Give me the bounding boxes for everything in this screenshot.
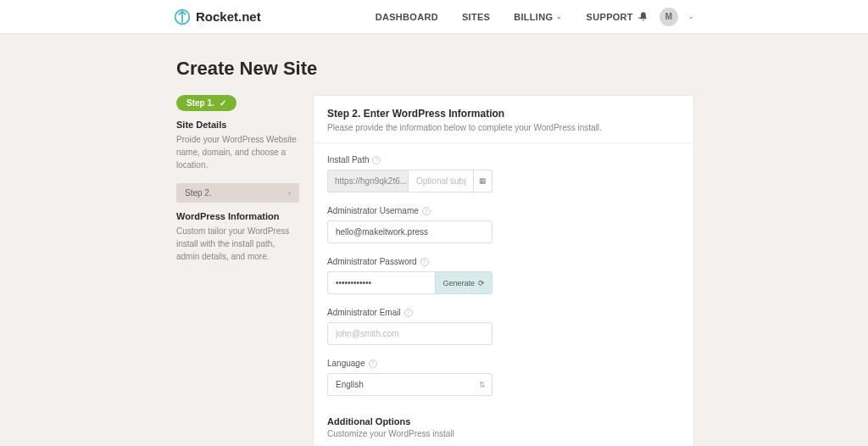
admin-email-field: Administrator Email ? (327, 308, 680, 345)
help-icon[interactable]: ? (420, 258, 429, 266)
help-icon[interactable]: ? (372, 156, 381, 164)
step2-title: WordPress Information (176, 211, 299, 221)
step2-pill[interactable]: Step 2. › (176, 183, 299, 203)
panel-subtitle: Please provide the information below to … (327, 123, 680, 132)
sidebar: Step 1. ✓ Site Details Proide your WordP… (176, 95, 299, 446)
refresh-icon: ⟳ (478, 279, 485, 287)
panel-title: Step 2. Enter WordPress Information (327, 108, 680, 120)
main-nav: DASHBOARD SITES BILLING ⌄ SUPPORT ⌄ (376, 12, 643, 22)
step1-desc: Proide your WordPress Website name, doma… (176, 133, 299, 171)
page-title: Create New Site (176, 58, 694, 80)
nav-sites[interactable]: SITES (462, 12, 490, 22)
help-icon[interactable]: ? (422, 207, 431, 215)
help-icon[interactable]: ? (404, 309, 413, 317)
admin-email-label: Administrator Email (327, 308, 401, 317)
install-path-prefix: https://hgn9qk2t6... (327, 170, 408, 192)
check-icon: ✓ (220, 98, 226, 108)
nav-billing[interactable]: BILLING ⌄ (514, 12, 562, 22)
help-icon[interactable]: ? (369, 360, 377, 368)
chevron-down-icon[interactable]: ⌄ (688, 13, 694, 20)
admin-username-field: Administrator Username ? (327, 206, 680, 243)
step1-title: Site Details (176, 120, 299, 130)
nav-support[interactable]: SUPPORT ⌄ (587, 12, 643, 22)
nav-dashboard[interactable]: DASHBOARD (376, 12, 438, 22)
language-label: Language (327, 359, 365, 368)
bell-icon[interactable] (637, 11, 649, 23)
avatar[interactable]: M (659, 8, 678, 26)
rocket-logo-icon (174, 8, 191, 25)
generate-button[interactable]: Generate ⟳ (435, 271, 492, 294)
brand-text: Rocket.net (196, 9, 261, 24)
admin-username-input[interactable] (327, 220, 492, 243)
logo[interactable]: Rocket.net (174, 8, 261, 25)
admin-password-label: Administrator Password (327, 257, 417, 266)
step1-pill[interactable]: Step 1. ✓ (176, 95, 236, 111)
chevron-right-icon: › (288, 189, 291, 198)
install-path-field: Install Path ? https://hgn9qk2t6... ▦ (327, 155, 680, 192)
additional-options-title: Additional Options (327, 416, 680, 426)
admin-username-label: Administrator Username (327, 206, 419, 215)
language-field: Language ? English ⇅ (327, 359, 680, 396)
step2-desc: Custom tailor your WordPress install wit… (176, 225, 299, 263)
chevron-down-icon: ⌄ (556, 13, 562, 20)
header: Rocket.net DASHBOARD SITES BILLING ⌄ SUP… (0, 0, 868, 34)
install-path-label: Install Path (327, 155, 369, 164)
admin-password-field: Administrator Password ? Generate ⟳ (327, 257, 680, 294)
path-picker-icon[interactable]: ▦ (474, 170, 492, 192)
admin-password-input[interactable] (327, 271, 435, 294)
additional-options-subtitle: Customize your WordPress install (327, 429, 680, 438)
install-path-input[interactable] (408, 170, 474, 192)
admin-email-input[interactable] (327, 322, 492, 345)
main-panel: Step 2. Enter WordPress Information Plea… (313, 95, 694, 446)
language-select[interactable]: English (327, 373, 492, 396)
